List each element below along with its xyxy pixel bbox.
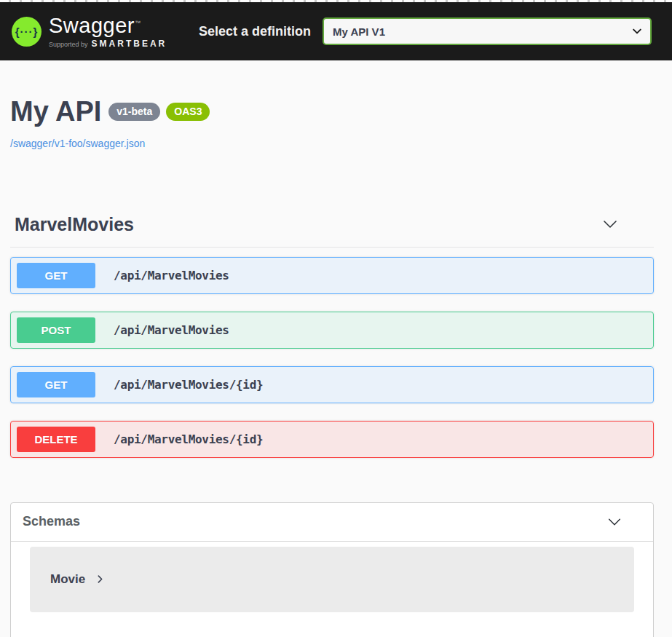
opblock-get-marvelmovies: GET /api/MarvelMovies: [10, 257, 654, 294]
oas3-badge: OAS3: [166, 103, 210, 121]
tag-header-marvelmovies[interactable]: MarvelMovies: [10, 214, 654, 248]
api-badges: v1-beta OAS3: [108, 103, 210, 121]
opblock-summary[interactable]: GET /api/MarvelMovies: [11, 258, 653, 293]
operation-path: /api/MarvelMovies/{id}: [114, 378, 263, 392]
swagger-logo-link[interactable]: {···} Swagger™ Supported by SMARTBEAR: [12, 15, 167, 48]
swagger-logo-glyph: {···}: [15, 25, 39, 38]
schemas-header[interactable]: Schemas: [11, 503, 653, 542]
tag-chevron-down-icon[interactable]: [601, 215, 619, 233]
spec-url-link[interactable]: /swagger/v1-foo/swagger.json: [10, 138, 145, 149]
opblock-get-marvelmovies-id: GET /api/MarvelMovies/{id}: [10, 366, 654, 403]
schemas-title: Schemas: [23, 514, 80, 529]
opblock-summary[interactable]: DELETE /api/MarvelMovies/{id}: [11, 422, 653, 457]
supported-by-prefix: Supported by: [49, 41, 88, 48]
definition-select[interactable]: My API V1: [323, 17, 652, 45]
trademark-symbol: ™: [135, 20, 141, 26]
operation-path: /api/MarvelMovies: [114, 269, 229, 282]
operation-path: /api/MarvelMovies/{id}: [114, 432, 263, 446]
supported-by: Supported by SMARTBEAR: [49, 39, 167, 48]
opblock-delete-marvelmovies-id: DELETE /api/MarvelMovies/{id}: [10, 421, 654, 458]
definition-select-label: Select a definition: [199, 24, 311, 39]
brand-name: Swagger™: [49, 15, 167, 36]
method-badge-post: POST: [17, 317, 95, 343]
tag-title: MarvelMovies: [15, 214, 134, 235]
opblock-summary[interactable]: POST /api/MarvelMovies: [11, 312, 653, 348]
version-badge: v1-beta: [108, 103, 160, 121]
opblock-summary[interactable]: GET /api/MarvelMovies/{id}: [11, 367, 653, 403]
api-title-row: My API v1-beta OAS3: [10, 97, 654, 127]
schemas-chevron-down-icon[interactable]: [606, 514, 622, 530]
api-info-section: My API v1-beta OAS3 /swagger/v1-foo/swag…: [10, 97, 654, 150]
model-chevron-right-icon[interactable]: [95, 574, 105, 584]
swagger-logo-icon: {···}: [12, 17, 41, 47]
brand-text: Swagger™ Supported by SMARTBEAR: [49, 15, 167, 48]
method-badge-get: GET: [17, 372, 95, 397]
smartbear-brand: SMARTBEAR: [92, 39, 167, 48]
method-badge-delete: DELETE: [17, 427, 95, 452]
definition-select-wrap: My API V1: [323, 17, 652, 45]
model-movie[interactable]: Movie: [30, 547, 634, 612]
method-badge-get: GET: [17, 263, 95, 288]
page-title: My API: [10, 97, 101, 127]
operations-list: GET /api/MarvelMovies POST /api/MarvelMo…: [10, 257, 654, 458]
model-title: Movie: [50, 572, 85, 587]
opblock-post-marvelmovies: POST /api/MarvelMovies: [10, 312, 654, 349]
schemas-section: Schemas Movie: [10, 502, 654, 637]
tag-section-marvelmovies: MarvelMovies GET /api/MarvelMovies POST …: [10, 214, 654, 458]
operation-path: /api/MarvelMovies: [114, 323, 229, 337]
topbar: {···} Swagger™ Supported by SMARTBEAR Se…: [0, 2, 672, 60]
main-content: My API v1-beta OAS3 /swagger/v1-foo/swag…: [10, 97, 654, 637]
